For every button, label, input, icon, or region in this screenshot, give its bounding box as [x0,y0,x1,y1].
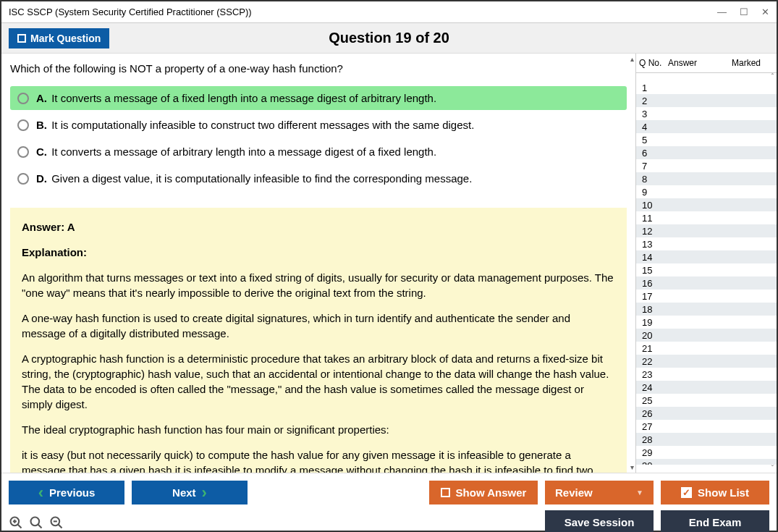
question-list-row[interactable]: 6 [636,146,777,159]
previous-label: Previous [49,486,95,499]
button-row-1: Previous Next Show Answer Review ▼ ✓ Sho… [9,481,769,504]
question-list-row[interactable]: 22 [636,355,777,368]
topbar: Mark Question Question 19 of 20 [1,23,777,54]
zoom-in-icon[interactable] [9,515,23,530]
save-session-label: Save Session [565,516,635,528]
explanation-paragraph: it is easy (but not necessarily quick) t… [22,447,615,473]
scroll-down-icon[interactable]: ▾ [630,463,634,471]
zoom-controls [9,515,64,530]
bottom-bar: Previous Next Show Answer Review ▼ ✓ Sho… [1,473,777,531]
explanation-label: Explanation: [22,245,615,260]
question-list-row[interactable]: 25 [636,394,777,407]
choice-text: Given a digest value, it is computationa… [51,172,472,185]
review-label: Review [555,486,593,499]
svg-line-1 [18,524,22,528]
question-counter: Question 19 of 20 [329,30,449,46]
question-list-row[interactable]: 7 [636,159,777,172]
svg-line-7 [59,524,62,528]
radio-icon [17,173,29,185]
question-list-row[interactable]: 28 [636,433,777,446]
answer-line: Answer: A [22,219,615,235]
checkbox-checked-icon: ✓ [681,487,692,498]
window-controls: — ☐ ✕ [717,7,769,17]
end-exam-button[interactable]: End Exam [661,510,769,532]
show-answer-button[interactable]: Show Answer [429,481,538,504]
checkbox-empty-icon [441,488,450,497]
choice-option[interactable]: B. It is computationally infeasible to c… [10,113,627,137]
question-list-panel: Q No. Answer Marked ˆ 123456789101112131… [635,54,777,473]
question-list-row[interactable]: 30 [636,459,777,465]
question-list-row[interactable]: 10 [636,198,777,211]
svg-line-5 [38,524,42,528]
question-list-row[interactable]: 20 [636,329,777,342]
header-marked: Marked [719,58,774,68]
question-list-row[interactable]: 9 [636,185,777,198]
question-list-row[interactable]: 26 [636,407,777,420]
next-button[interactable]: Next [132,481,248,504]
next-label: Next [172,486,196,499]
question-list-row[interactable]: 24 [636,381,777,394]
question-panel[interactable]: ▴ Which of the following is NOT a proper… [1,54,635,473]
list-scroll-down-icon[interactable]: ˇ [636,465,777,473]
question-list[interactable]: 1234567891011121314151617181920212223242… [636,81,777,465]
question-list-row[interactable]: 29 [636,446,777,459]
review-button[interactable]: Review ▼ [545,481,654,504]
question-list-row[interactable]: 21 [636,342,777,355]
choice-text: It converts a message of arbitrary lengt… [51,145,436,158]
question-list-row[interactable]: 16 [636,276,777,290]
question-text: Which of the following is NOT a property… [10,62,627,75]
radio-icon [17,146,29,158]
question-list-row[interactable]: 2 [636,94,777,107]
question-list-row[interactable]: 15 [636,263,777,276]
choice-letter: A. [36,92,47,104]
question-list-row[interactable]: 4 [636,120,777,133]
question-list-row[interactable]: 3 [636,107,777,120]
explanation-paragraph: A one-way hash function is used to creat… [22,311,615,341]
radio-icon [17,119,29,131]
choice-option[interactable]: A. It converts a message of a fixed leng… [10,86,627,110]
end-exam-label: End Exam [689,516,742,528]
mark-question-button[interactable]: Mark Question [9,28,109,48]
choice-option[interactable]: C. It converts a message of arbitrary le… [10,140,627,164]
header-answer: Answer [668,58,719,68]
zoom-out-icon[interactable] [49,515,64,530]
choice-letter: B. [36,119,47,131]
save-session-button[interactable]: Save Session [545,510,654,532]
zoom-reset-icon[interactable] [29,515,43,530]
button-row-2: Save Session End Exam [9,510,769,532]
previous-button[interactable]: Previous [9,481,124,504]
list-scroll-up-icon[interactable]: ˆ [636,73,777,81]
app-window: ISC SSCP (System Security Certified Prac… [0,0,778,532]
choice-text: It converts a message of a fixed length … [51,92,436,104]
question-list-row[interactable]: 13 [636,237,777,250]
close-icon[interactable]: ✕ [761,7,769,17]
question-list-row[interactable]: 17 [636,290,777,303]
question-list-row[interactable]: 19 [636,316,777,329]
window-title: ISC SSCP (System Security Certified Prac… [9,7,252,17]
explanation-paragraph: The ideal cryptographic hash function ha… [22,422,615,437]
explanation-paragraph: An algorithm that turns messages or text… [22,270,615,300]
mark-question-label: Mark Question [30,33,101,44]
show-list-button[interactable]: ✓ Show List [661,481,769,504]
choice-letter: C. [36,145,47,158]
question-list-row[interactable]: 23 [636,368,777,381]
scroll-up-icon[interactable]: ▴ [630,55,634,63]
question-list-row[interactable]: 18 [636,303,777,316]
question-list-row[interactable]: 27 [636,420,777,433]
question-list-row[interactable]: 12 [636,224,777,237]
question-list-row[interactable]: 8 [636,172,777,185]
question-list-row[interactable]: 11 [636,211,777,224]
choice-text: It is computationally infeasible to cons… [51,119,474,131]
maximize-icon[interactable]: ☐ [740,7,748,17]
question-list-row[interactable]: 5 [636,133,777,146]
minimize-icon[interactable]: — [717,7,727,17]
answer-box: Answer: A Explanation: An algorithm that… [10,208,627,473]
question-list-row[interactable]: 1 [636,81,777,94]
titlebar: ISC SSCP (System Security Certified Prac… [1,1,777,23]
question-list-row[interactable]: 14 [636,250,777,263]
show-answer-label: Show Answer [456,486,527,499]
choices-list: A. It converts a message of a fixed leng… [10,86,627,190]
choice-option[interactable]: D. Given a digest value, it is computati… [10,166,627,190]
header-qno: Q No. [639,58,668,68]
radio-icon [17,93,29,104]
